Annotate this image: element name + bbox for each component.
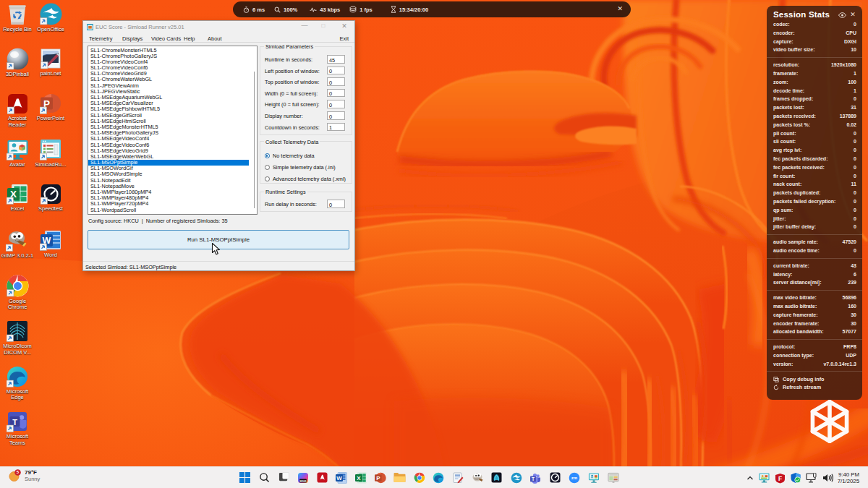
svg-text:M365: M365 bbox=[299, 479, 306, 482]
svg-text:P: P bbox=[376, 474, 380, 481]
svg-text:X: X bbox=[357, 474, 362, 481]
svg-text:zm: zm bbox=[571, 476, 577, 480]
svg-text:W: W bbox=[337, 474, 343, 481]
svg-text:T: T bbox=[532, 476, 535, 481]
svg-text:F: F bbox=[778, 474, 782, 481]
